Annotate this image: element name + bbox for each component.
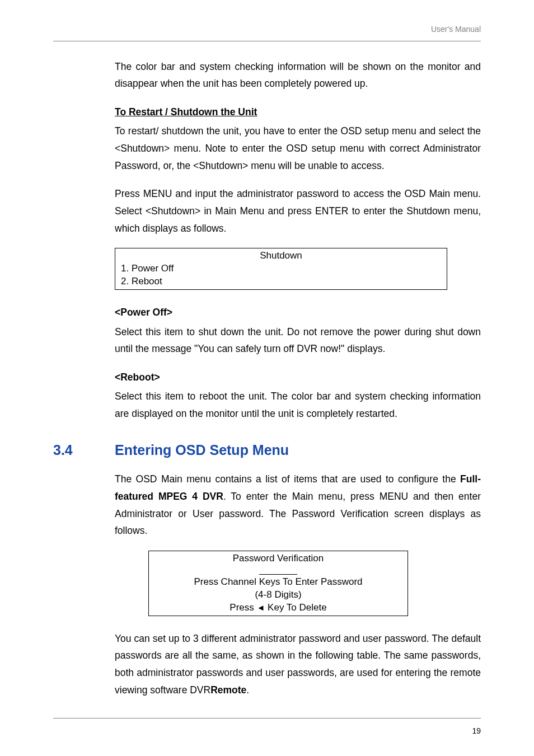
verif-line2: (4-8 Digits) (149, 589, 407, 602)
verif-line3b: Key To Delete (265, 602, 326, 613)
reboot-heading-wrapper: <Reboot> (115, 369, 481, 386)
password-verification-box: Password Verification Press Channel Keys… (148, 551, 408, 616)
paragraph-5: Select this item to reboot the unit. The… (115, 388, 481, 422)
shutdown-menu-box: Shutdown 1. Power Off 2. Reboot (115, 248, 447, 290)
para7-part-b: . (246, 684, 249, 696)
shutdown-item-poweroff: 1. Power Off (121, 262, 441, 275)
header-manual-label: User's Manual (53, 22, 481, 36)
restart-heading-wrapper: To Restart / Shutdown the Unit (115, 104, 481, 121)
verif-line3: Press Key To Delete (149, 602, 407, 614)
left-arrow-icon (257, 602, 265, 613)
para7-bold: Remote (210, 684, 246, 696)
paragraph-7: You can set up to 3 different administra… (115, 630, 481, 699)
paragraph-2: To restart/ shutdown the unit, you have … (115, 123, 481, 174)
poweroff-heading-wrapper: <Power Off> (115, 304, 481, 321)
poweroff-heading: <Power Off> (115, 307, 172, 318)
paragraph-4: Select this item to shut down the unit. … (115, 323, 481, 358)
paragraph-1: The color bar and system checking inform… (115, 58, 481, 92)
reboot-heading: <Reboot> (115, 372, 160, 383)
verif-input-line (259, 565, 297, 575)
footer-divider (53, 718, 481, 719)
content-block: The color bar and system checking inform… (115, 58, 481, 422)
verif-title: Password Verification (149, 552, 407, 565)
section-heading-row: 3.4 Entering OSD Setup Menu (53, 438, 481, 463)
header-divider (53, 41, 481, 41)
section-title: Entering OSD Setup Menu (115, 438, 289, 463)
para7-part-a: You can set up to 3 different administra… (115, 633, 481, 696)
paragraph-3: Press MENU and input the administrator p… (115, 185, 481, 237)
page-number: 19 (53, 724, 481, 738)
verif-line1: Press Channel Keys To Enter Password (149, 576, 407, 589)
content-block-2: The OSD Main menu contains a list of ite… (115, 471, 481, 698)
restart-heading: To Restart / Shutdown the Unit (115, 106, 257, 118)
shutdown-title: Shutdown (121, 250, 441, 262)
paragraph-6: The OSD Main menu contains a list of ite… (115, 471, 481, 539)
section-number: 3.4 (53, 438, 115, 463)
verif-line3a: Press (229, 602, 256, 613)
para6-part-a: The OSD Main menu contains a list of ite… (115, 473, 460, 485)
shutdown-item-reboot: 2. Reboot (121, 275, 441, 288)
